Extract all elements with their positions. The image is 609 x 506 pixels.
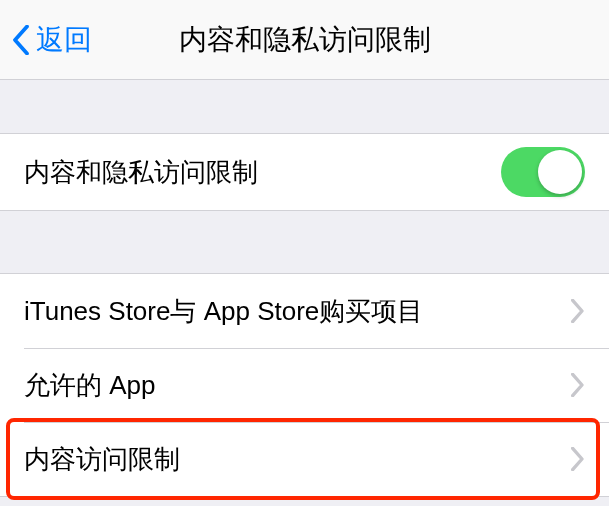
allowed-apps-row[interactable]: 允许的 App (0, 348, 609, 422)
chevron-right-icon (571, 447, 585, 471)
row-label: iTunes Store与 App Store购买项目 (24, 294, 423, 329)
navigation-bar: 返回 内容和隐私访问限制 (0, 0, 609, 80)
toggle-label: 内容和隐私访问限制 (24, 155, 258, 190)
row-label: 内容访问限制 (24, 442, 180, 477)
section-spacer (0, 80, 609, 133)
content-privacy-toggle[interactable] (501, 147, 585, 197)
page-title: 内容和隐私访问限制 (179, 21, 431, 59)
settings-group: iTunes Store与 App Store购买项目 允许的 App 内容访问… (0, 273, 609, 497)
chevron-right-icon (571, 299, 585, 323)
chevron-left-icon (12, 25, 30, 55)
section-spacer (0, 211, 609, 273)
itunes-appstore-row[interactable]: iTunes Store与 App Store购买项目 (0, 274, 609, 348)
back-button[interactable]: 返回 (0, 21, 92, 59)
chevron-right-icon (571, 373, 585, 397)
back-label: 返回 (36, 21, 92, 59)
toggle-knob (538, 150, 582, 194)
row-label: 允许的 App (24, 368, 156, 403)
content-privacy-toggle-cell[interactable]: 内容和隐私访问限制 (0, 133, 609, 211)
content-restrictions-row[interactable]: 内容访问限制 (0, 422, 609, 496)
